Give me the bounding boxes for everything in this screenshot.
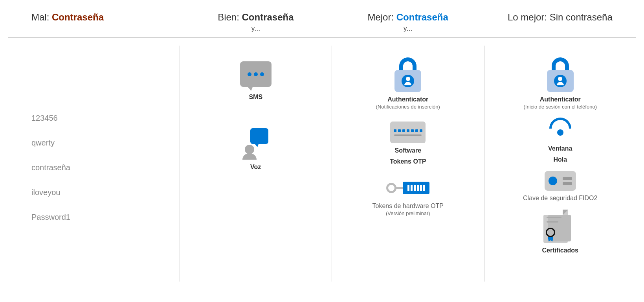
page-container: Mal: Contraseña Bien: Contraseña y... Me… (0, 0, 644, 289)
auth-person-head (406, 77, 410, 81)
cert-lines (547, 217, 561, 223)
windows-hello-label: Ventana (548, 145, 572, 152)
hardware-otp-label: Tokens de hardware OTP (372, 203, 444, 210)
hw-seg (414, 185, 416, 191)
header-title-best: Lo mejor: Sin contraseña (508, 12, 613, 23)
method-authenticator-push: Authenticator (Notificaciones de inserci… (376, 57, 440, 110)
sw-dot (420, 129, 422, 132)
authenticator-phone-icon (545, 57, 576, 92)
method-certificates: Certificados (542, 210, 578, 254)
fido-rect2 (563, 182, 572, 185)
fido-blue-dot (549, 177, 557, 185)
sw-dot (415, 129, 418, 132)
windows-hello-icon (547, 118, 574, 141)
authenticator-push-label: Authenticator (387, 96, 428, 103)
header-title-bad: Mal: Contraseña (31, 12, 104, 23)
voz-person-head (245, 145, 254, 154)
header-sub-better: y... (404, 24, 413, 33)
method-authenticator-phone: Authenticator (Inicio de sesión con el t… (524, 57, 597, 110)
authenticator-push-icon (392, 57, 424, 92)
software-otp-label2: Tokens OTP (390, 158, 426, 165)
voz-person-body (242, 153, 257, 160)
sw-line (394, 134, 422, 136)
software-otp-icon (390, 122, 426, 143)
software-otp-label: Software (394, 147, 421, 154)
list-item: qwerty (31, 138, 70, 147)
key-circle (386, 183, 396, 193)
header-col-good: Bien: Contraseña y... (180, 12, 332, 33)
hw-device (403, 182, 429, 194)
hello-arc (549, 118, 571, 129)
better-label-prefix: Mejor: (367, 12, 396, 22)
auth-phone-body (547, 70, 574, 92)
auth-phone-shoulders (557, 82, 564, 85)
good-label-prefix: Bien: (218, 12, 242, 22)
hw-seg (417, 185, 419, 191)
auth-phone-head (558, 77, 562, 81)
sw-dots-row (394, 129, 422, 132)
header-row: Mal: Contraseña Bien: Contraseña y... Me… (8, 12, 636, 38)
auth-phone-person-circle (554, 75, 567, 87)
cert-line (547, 217, 561, 218)
sw-dot (411, 129, 414, 132)
cert-line2 (547, 221, 558, 223)
sw-dot (407, 129, 409, 132)
col-good-methods: SMS Voz (180, 46, 332, 282)
sw-dot (402, 129, 405, 132)
list-item: 123456 (31, 114, 70, 123)
method-windows-hello: Ventana Hola (547, 118, 574, 163)
fido-rect (563, 177, 572, 180)
authenticator-phone-sublabel: (Inicio de sesión con el teléfono) (524, 104, 597, 110)
hw-seg (407, 185, 409, 191)
col-bad-passwords: 123456 qwerty contraseña iloveyou Passwo… (8, 46, 180, 282)
cert-ribbon (548, 237, 553, 241)
hw-seg (420, 185, 422, 191)
cert-badge-area (546, 228, 555, 241)
list-item: Password1 (31, 213, 70, 222)
col-best-methods: Authenticator (Inicio de sesión con el t… (484, 46, 637, 282)
hw-seg (423, 185, 425, 191)
key-stem (396, 187, 403, 189)
col-better-methods: Authenticator (Notificaciones de inserci… (332, 46, 484, 282)
sms-dot-2 (254, 72, 258, 76)
sms-label: SMS (249, 94, 262, 101)
header-col-best: Lo mejor: Sin contraseña (484, 12, 636, 33)
voz-bubble-tail (254, 143, 259, 147)
bad-label-accent: Contraseña (52, 12, 104, 22)
hw-seg (411, 185, 413, 191)
method-hardware-otp: Tokens de hardware OTP (Versión prelimin… (372, 177, 444, 216)
method-voz: Voz (240, 128, 272, 171)
content-row: 123456 qwerty contraseña iloveyou Passwo… (8, 38, 636, 282)
bad-label-prefix: Mal: (31, 12, 52, 22)
auth-person-circle (402, 75, 414, 87)
hardware-otp-sublabel: (Versión preliminar) (386, 210, 430, 216)
auth-phone-shackle (552, 57, 569, 70)
sms-dot-3 (260, 72, 264, 76)
windows-hello-label2: Hola (553, 156, 567, 163)
hello-center-dot (557, 129, 563, 136)
best-label: Lo mejor: Sin contraseña (508, 12, 613, 22)
list-item: iloveyou (31, 188, 70, 197)
fido-right-rects (563, 177, 572, 185)
sms-dot-1 (248, 72, 251, 76)
header-sub-good: y... (251, 24, 261, 33)
cert-fold (563, 210, 568, 215)
sms-bubble (240, 61, 272, 87)
sw-dot (394, 129, 396, 132)
method-fido2: Clave de seguridad FIDO2 (523, 171, 597, 202)
auth-person-shoulders (404, 82, 411, 85)
list-item: contraseña (31, 163, 70, 172)
hardware-otp-icon (386, 177, 429, 199)
header-col-better: Mejor: Contraseña y... (332, 12, 484, 33)
fido2-icon (545, 171, 576, 191)
method-software-otp: Software Tokens OTP (390, 122, 426, 165)
authenticator-push-sublabel: (Notificaciones de inserción) (376, 104, 440, 110)
sms-icon (240, 61, 272, 90)
authenticator-phone-label: Authenticator (540, 96, 581, 103)
voz-label: Voz (250, 164, 261, 171)
sw-dot (398, 129, 401, 132)
good-label-accent: Contraseña (242, 12, 294, 22)
fido2-label: Clave de seguridad FIDO2 (523, 195, 597, 202)
certificates-icon (543, 210, 577, 243)
cert-ring (546, 228, 555, 237)
